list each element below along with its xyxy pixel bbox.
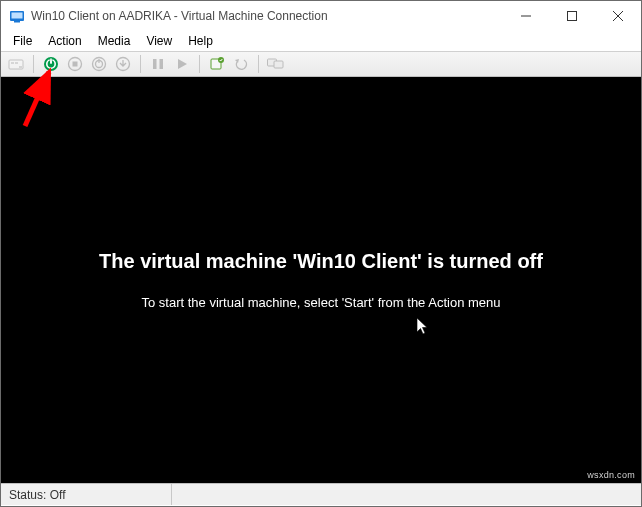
toolbar-separator: [199, 55, 200, 73]
monitors-icon: [267, 57, 285, 71]
pause-button[interactable]: [147, 53, 169, 75]
window-controls: [503, 1, 641, 31]
toolbar-separator: [140, 55, 141, 73]
menu-help[interactable]: Help: [180, 32, 221, 50]
toolbar: [1, 51, 641, 77]
svg-rect-23: [160, 59, 164, 69]
window-title: Win10 Client on AADRIKA - Virtual Machin…: [31, 9, 328, 23]
status-separator: [171, 484, 172, 505]
svg-rect-9: [15, 62, 18, 64]
checkpoint-button[interactable]: [206, 53, 228, 75]
menu-media[interactable]: Media: [90, 32, 139, 50]
svg-rect-2: [14, 21, 20, 23]
menubar: File Action Media View Help: [1, 31, 641, 51]
play-icon: [175, 57, 189, 71]
vm-status-subtext: To start the virtual machine, select 'St…: [141, 295, 500, 310]
svg-rect-20: [98, 59, 99, 63]
ctrl-alt-del-button[interactable]: [5, 53, 27, 75]
toolbar-separator: [33, 55, 34, 73]
maximize-button[interactable]: [549, 1, 595, 31]
stop-icon: [67, 56, 83, 72]
revert-button[interactable]: [230, 53, 252, 75]
svg-rect-10: [19, 66, 22, 68]
pause-icon: [151, 57, 165, 71]
status-text: Status: Off: [1, 488, 171, 502]
svg-rect-15: [50, 59, 52, 64]
save-icon: [115, 56, 131, 72]
watermark-text: wsxdn.com: [587, 470, 635, 480]
titlebar: Win10 Client on AADRIKA - Virtual Machin…: [1, 1, 641, 31]
svg-rect-29: [274, 61, 283, 68]
vm-display-area: The virtual machine 'Win10 Client' is tu…: [1, 77, 641, 483]
save-button[interactable]: [112, 53, 134, 75]
revert-icon: [233, 56, 249, 72]
power-off-icon: [91, 56, 107, 72]
turn-off-button[interactable]: [64, 53, 86, 75]
menu-action[interactable]: Action: [40, 32, 89, 50]
svg-rect-4: [568, 12, 577, 21]
keyboard-key-icon: [8, 56, 24, 72]
close-button[interactable]: [595, 1, 641, 31]
svg-rect-1: [12, 13, 23, 19]
cursor-icon: [416, 317, 432, 337]
app-icon: [9, 8, 25, 24]
reset-button[interactable]: [171, 53, 193, 75]
minimize-button[interactable]: [503, 1, 549, 31]
shutdown-button[interactable]: [88, 53, 110, 75]
svg-rect-8: [11, 62, 14, 64]
power-icon: [43, 56, 59, 72]
checkpoint-icon: [209, 56, 225, 72]
vm-status-heading: The virtual machine 'Win10 Client' is tu…: [99, 250, 543, 273]
menu-view[interactable]: View: [138, 32, 180, 50]
enhanced-session-button[interactable]: [265, 53, 287, 75]
start-button[interactable]: [40, 53, 62, 75]
menu-file[interactable]: File: [5, 32, 40, 50]
toolbar-separator: [258, 55, 259, 73]
svg-marker-24: [178, 59, 187, 69]
svg-rect-22: [153, 59, 157, 69]
statusbar: Status: Off: [1, 483, 641, 505]
svg-rect-17: [73, 62, 78, 67]
